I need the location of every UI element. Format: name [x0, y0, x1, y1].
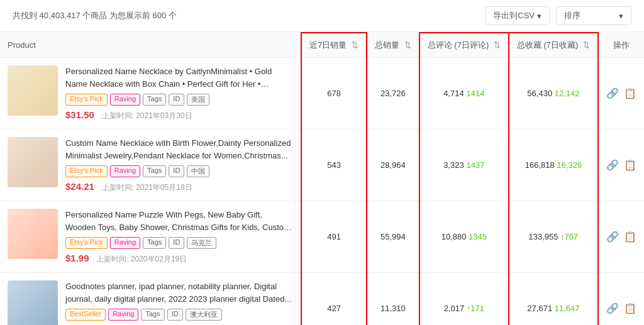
product-tags: Etsy's PickRavingTagsID乌克兰: [65, 237, 293, 249]
total-sales-value: 55,994: [380, 232, 406, 241]
top-bar: 共找到 40,403,417 个商品 为您展示前 600 个 导出到CSV ▾ …: [0, 0, 644, 32]
product-cell: Personalized Name Puzzle With Pegs, New …: [0, 201, 301, 273]
favorites7d-value: 16,326: [557, 160, 582, 170]
cell-reviews: 4,714 1414: [419, 58, 509, 129]
product-tag: Tags: [143, 94, 166, 106]
product-image: [8, 280, 58, 325]
product-table: Product 近7日销量 ⇅ 总销量 ⇅ 总评论 (7日评论) ⇅ 总收藏 (…: [0, 32, 644, 325]
favorites-label: 总收藏 (7日收藏): [517, 40, 579, 50]
sales7d-value: 678: [327, 89, 341, 98]
total-sales-value: 28,964: [380, 160, 406, 170]
cell-action: 🔗 📋: [598, 58, 644, 129]
product-tag: Raving: [110, 237, 140, 249]
reviews7d-value: 1345: [469, 232, 487, 241]
favorites7d-value: 12,142: [555, 89, 580, 98]
product-title: Custom Name Necklace with Birth Flower,D…: [65, 137, 293, 162]
sort-icon-sales7d[interactable]: ⇅: [352, 40, 358, 50]
product-tag: 澳大利亚: [186, 309, 222, 321]
product-cell: Custom Name Necklace with Birth Flower,D…: [0, 129, 301, 201]
product-image: [8, 209, 58, 259]
product-tag: 乌克兰: [187, 237, 216, 249]
link-icon[interactable]: 🔗: [606, 302, 619, 314]
cell-favorites: 56,430 12,142: [509, 58, 598, 129]
product-tag: 美国: [187, 94, 209, 106]
product-row: Goodnotes planner, ipad planner, notabil…: [8, 280, 293, 325]
total-sales-value: 23,726: [380, 89, 406, 98]
product-tags: Etsy's PickRavingTagsID中国: [65, 165, 293, 177]
col-header-total-sales[interactable]: 总销量 ⇅: [367, 33, 419, 58]
action-icons: 🔗 📋: [606, 231, 636, 243]
product-row: Personalized Name Necklace by CaitlynMin…: [8, 65, 293, 121]
detail-icon[interactable]: 📋: [624, 231, 636, 243]
action-icons: 🔗 📋: [606, 159, 636, 171]
col-header-favorites[interactable]: 总收藏 (7日收藏) ⇅: [509, 33, 598, 58]
favorites7d-value: ↑707: [560, 232, 578, 241]
product-tag: Raving: [110, 94, 140, 106]
product-tag: Etsy's Pick: [65, 237, 108, 249]
reviews-value: 3,323: [443, 160, 464, 170]
detail-icon[interactable]: 📋: [624, 87, 636, 99]
link-icon[interactable]: 🔗: [606, 159, 619, 171]
cell-favorites: 133,955 ↑707: [509, 201, 598, 273]
product-price: $24.21: [65, 181, 94, 192]
sort-dropdown[interactable]: 排序 ▾: [556, 6, 631, 25]
product-tag: Etsy's Pick: [65, 165, 108, 177]
cell-action: 🔗 📋: [598, 129, 644, 201]
product-tag: 中国: [187, 165, 209, 177]
product-tag: ID: [169, 237, 184, 249]
cell-total-sales: 23,726: [367, 58, 419, 129]
product-title: Personalized Name Necklace by CaitlynMin…: [65, 65, 293, 90]
detail-icon[interactable]: 📋: [624, 159, 636, 171]
favorites-value: 166,818: [525, 160, 555, 170]
chevron-down-icon: ▾: [619, 11, 623, 21]
product-price-row: $31.50 上架时间: 2021年03月30日: [65, 109, 293, 121]
link-icon[interactable]: 🔗: [606, 231, 619, 243]
export-label: 导出到CSV: [493, 10, 535, 21]
sales7d-value: 491: [327, 232, 341, 241]
product-list-date: 上架时间: 2021年05月18日: [102, 183, 192, 192]
product-price-row: $1.99 上架时间: 2020年02月19日: [65, 253, 293, 265]
product-tag: Tags: [143, 165, 166, 177]
product-price-row: $24.21 上架时间: 2021年05月18日: [65, 181, 293, 193]
product-tag: Raving: [110, 165, 140, 177]
sort-icon-reviews[interactable]: ⇅: [494, 40, 501, 50]
favorites7d-value: 11,647: [555, 304, 580, 313]
product-tag: Raving: [108, 309, 138, 321]
product-cell: Goodnotes planner, ipad planner, notabil…: [0, 273, 301, 326]
product-tag: Etsy's Pick: [65, 94, 108, 106]
cell-action: 🔗 📋: [598, 273, 644, 326]
product-row: Custom Name Necklace with Birth Flower,D…: [8, 137, 293, 193]
sort-icon-total-sales[interactable]: ⇅: [404, 40, 411, 50]
favorites-value: 27,671: [527, 304, 552, 313]
cell-sales7d: 678: [301, 58, 367, 129]
col-header-reviews[interactable]: 总评论 (7日评论) ⇅: [419, 33, 509, 58]
product-tag: BestSeller: [65, 309, 106, 321]
chevron-down-icon: ▾: [537, 11, 541, 21]
reviews-label: 总评论 (7日评论): [428, 40, 489, 50]
cell-sales7d: 543: [301, 129, 367, 201]
cell-total-sales: 11,310: [367, 273, 419, 326]
export-csv-button[interactable]: 导出到CSV ▾: [485, 6, 550, 25]
cell-reviews: 2,017 ↑171: [419, 273, 509, 326]
reviews7d-value: 1414: [466, 89, 484, 98]
reviews7d-value: ↑171: [467, 304, 484, 313]
sort-label: 排序: [564, 10, 580, 21]
detail-icon[interactable]: 📋: [624, 302, 636, 314]
cell-action: 🔗 📋: [598, 201, 644, 273]
sort-icon-favorites[interactable]: ⇅: [583, 40, 590, 50]
link-icon[interactable]: 🔗: [606, 87, 619, 99]
product-price: $31.50: [65, 109, 94, 120]
product-tags: BestSellerRavingTagsID澳大利亚: [65, 309, 293, 321]
cell-reviews: 3,323 1437: [419, 129, 509, 201]
favorites-value: 56,430: [527, 89, 552, 98]
sales7d-value: 427: [327, 304, 341, 313]
col-header-sales7d[interactable]: 近7日销量 ⇅: [301, 33, 367, 58]
reviews-value: 10,880: [441, 232, 467, 241]
cell-total-sales: 55,994: [367, 201, 419, 273]
action-icons: 🔗 📋: [606, 302, 636, 314]
product-list-date: 上架时间: 2021年03月30日: [102, 111, 192, 120]
reviews-value: 4,714: [443, 89, 464, 98]
total-sales-label: 总销量: [375, 40, 399, 50]
product-tag: Tags: [141, 309, 164, 321]
product-title: Personalized Name Puzzle With Pegs, New …: [65, 209, 293, 233]
